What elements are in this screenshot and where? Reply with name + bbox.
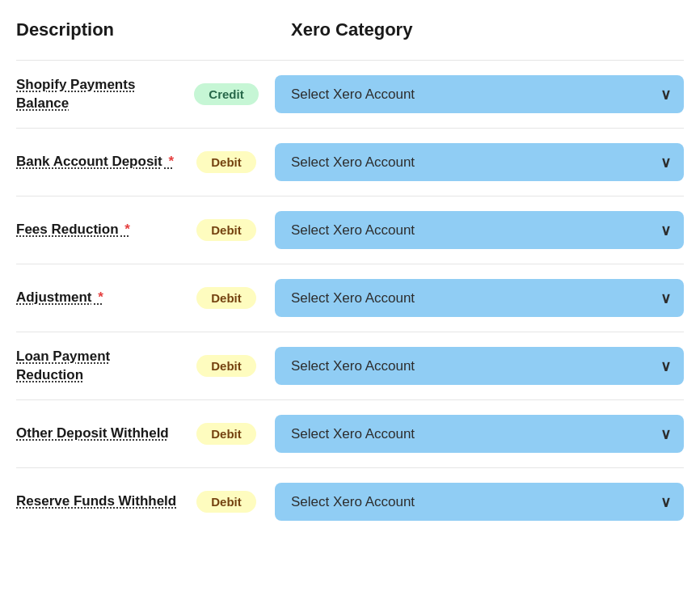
rows-container: Shopify Payments BalanceCreditSelect Xer… (16, 60, 684, 535)
select-area-shopify-payments-balance: Select Xero Account (275, 75, 684, 113)
row-shopify-payments-balance: Shopify Payments BalanceCreditSelect Xer… (16, 60, 684, 128)
description-reserve-funds-withheld: Reserve Funds Withheld (16, 492, 178, 511)
row-bank-account-deposit: Bank Account Deposit *DebitSelect Xero A… (16, 128, 684, 196)
badge-area-adjustment: Debit (178, 287, 275, 309)
description-other-deposit-withheld: Other Deposit Withheld (16, 425, 178, 443)
xero-select-fees-reduction[interactable]: Select Xero Account (275, 211, 684, 249)
required-star: * (121, 222, 130, 237)
xero-select-bank-account-deposit[interactable]: Select Xero Account (275, 143, 684, 181)
select-wrapper-reserve-funds-withheld: Select Xero Account (275, 483, 684, 521)
row-adjustment: Adjustment *DebitSelect Xero Account (16, 264, 684, 332)
badge-other-deposit-withheld: Debit (196, 423, 256, 445)
select-area-reserve-funds-withheld: Select Xero Account (275, 483, 684, 521)
select-wrapper-loan-payment-reduction: Select Xero Account (275, 347, 684, 385)
select-wrapper-other-deposit-withheld: Select Xero Account (275, 415, 684, 453)
description-bank-account-deposit: Bank Account Deposit * (16, 153, 178, 171)
row-reserve-funds-withheld: Reserve Funds WithheldDebitSelect Xero A… (16, 467, 684, 535)
xero-select-loan-payment-reduction[interactable]: Select Xero Account (275, 347, 684, 385)
required-star: * (95, 289, 103, 305)
badge-area-reserve-funds-withheld: Debit (178, 491, 275, 513)
select-wrapper-fees-reduction: Select Xero Account (275, 211, 684, 249)
select-wrapper-shopify-payments-balance: Select Xero Account (275, 75, 684, 113)
select-wrapper-bank-account-deposit: Select Xero Account (275, 143, 684, 181)
header-row: Description Xero Category (16, 19, 684, 53)
row-other-deposit-withheld: Other Deposit WithheldDebitSelect Xero A… (16, 399, 684, 467)
header-xero: Xero Category (291, 19, 684, 40)
description-fees-reduction: Fees Reduction * (16, 221, 178, 239)
badge-adjustment: Debit (196, 287, 256, 309)
select-area-fees-reduction: Select Xero Account (275, 211, 684, 249)
description-adjustment: Adjustment * (16, 289, 178, 307)
badge-area-loan-payment-reduction: Debit (178, 355, 275, 377)
row-loan-payment-reduction: Loan Payment ReductionDebitSelect Xero A… (16, 332, 684, 399)
select-area-other-deposit-withheld: Select Xero Account (275, 415, 684, 453)
xero-select-other-deposit-withheld[interactable]: Select Xero Account (275, 415, 684, 453)
badge-bank-account-deposit: Debit (196, 151, 256, 173)
row-fees-reduction: Fees Reduction *DebitSelect Xero Account (16, 196, 684, 264)
select-area-bank-account-deposit: Select Xero Account (275, 143, 684, 181)
badge-reserve-funds-withheld: Debit (196, 491, 256, 513)
xero-select-reserve-funds-withheld[interactable]: Select Xero Account (275, 483, 684, 521)
required-star: * (165, 154, 174, 169)
select-wrapper-adjustment: Select Xero Account (275, 279, 684, 317)
badge-area-shopify-payments-balance: Credit (178, 83, 275, 105)
badge-loan-payment-reduction: Debit (196, 355, 256, 377)
badge-area-other-deposit-withheld: Debit (178, 423, 275, 445)
description-loan-payment-reduction: Loan Payment Reduction (16, 348, 178, 385)
select-area-adjustment: Select Xero Account (275, 279, 684, 317)
badge-shopify-payments-balance: Credit (194, 83, 258, 105)
header-description: Description (16, 19, 291, 40)
xero-select-shopify-payments-balance[interactable]: Select Xero Account (275, 75, 684, 113)
description-shopify-payments-balance: Shopify Payments Balance (16, 76, 178, 113)
select-area-loan-payment-reduction: Select Xero Account (275, 347, 684, 385)
xero-select-adjustment[interactable]: Select Xero Account (275, 279, 684, 317)
badge-area-fees-reduction: Debit (178, 219, 275, 241)
badge-area-bank-account-deposit: Debit (178, 151, 275, 173)
badge-fees-reduction: Debit (196, 219, 256, 241)
